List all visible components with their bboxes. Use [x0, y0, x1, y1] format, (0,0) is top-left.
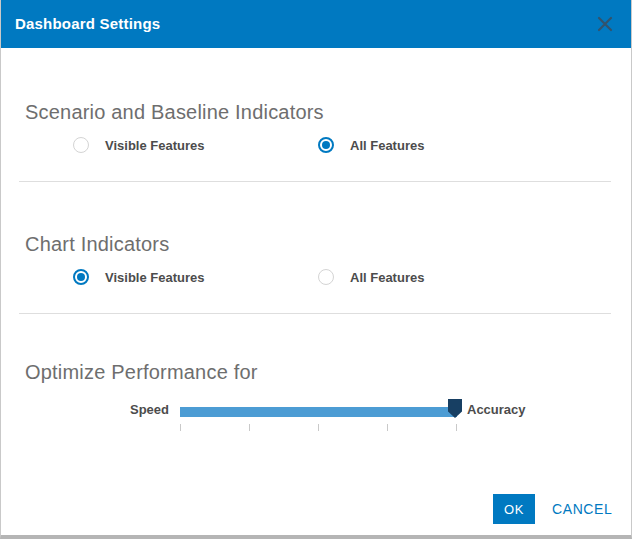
- dialog-title: Dashboard Settings: [15, 0, 160, 48]
- close-button[interactable]: [589, 8, 621, 40]
- slider-label-accuracy: Accuracy: [467, 402, 526, 417]
- slider-ticks: [180, 424, 457, 432]
- radio-label[interactable]: All Features: [350, 270, 424, 285]
- ok-button[interactable]: OK: [493, 494, 535, 524]
- section-heading-optimize-performance: Optimize Performance for: [25, 361, 258, 384]
- radio-option-chart-visible-features[interactable]: Visible Features: [73, 268, 204, 286]
- close-x-icon: [597, 16, 613, 32]
- cancel-button[interactable]: CANCEL: [552, 494, 612, 524]
- dialog-titlebar: Dashboard Settings: [1, 0, 631, 48]
- radio-option-chart-all-features[interactable]: All Features: [318, 268, 424, 286]
- radio-icon[interactable]: [73, 269, 89, 285]
- radio-option-scenario-all-features[interactable]: All Features: [318, 136, 424, 154]
- slider-label-speed: Speed: [127, 402, 169, 417]
- slider-tick: [456, 424, 457, 431]
- radio-label[interactable]: Visible Features: [105, 138, 204, 153]
- radio-icon[interactable]: [318, 269, 334, 285]
- radio-label[interactable]: All Features: [350, 138, 424, 153]
- radio-icon[interactable]: [318, 137, 334, 153]
- dashboard-settings-dialog: Dashboard Settings Scenario and Baseline…: [0, 0, 632, 539]
- section-heading-scenario-baseline: Scenario and Baseline Indicators: [25, 101, 324, 124]
- radio-icon[interactable]: [73, 137, 89, 153]
- radio-option-scenario-visible-features[interactable]: Visible Features: [73, 136, 204, 154]
- slider-tick: [249, 424, 250, 431]
- section-divider: [19, 181, 611, 182]
- section-heading-chart-indicators: Chart Indicators: [25, 233, 169, 256]
- section-divider: [19, 313, 611, 314]
- radio-label[interactable]: Visible Features: [105, 270, 204, 285]
- slider-tick: [180, 424, 181, 431]
- slider-tick: [318, 424, 319, 431]
- performance-slider-track[interactable]: [180, 407, 457, 417]
- slider-tick: [387, 424, 388, 431]
